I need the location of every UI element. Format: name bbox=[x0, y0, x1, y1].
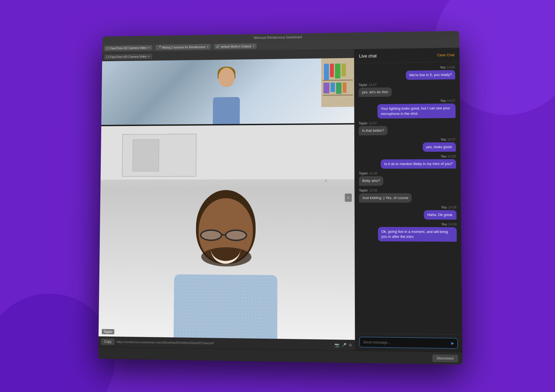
sender-name: You bbox=[440, 138, 446, 141]
mixing-select[interactable]: 🎤 Mixing 2 sources for Rendezvous ▼ bbox=[156, 44, 211, 50]
message-bubble: Just kidding :) Yes, of course bbox=[359, 193, 412, 203]
message-bubble: Haha. Ok great. bbox=[424, 210, 457, 220]
woman-body bbox=[213, 97, 240, 124]
sender-name: You bbox=[441, 205, 447, 209]
cam-icon-small bbox=[106, 56, 109, 58]
window-title: Wirecast Rendezvous Dashboard bbox=[254, 35, 302, 40]
woman-figure bbox=[205, 65, 248, 124]
message-meta: You14:09 bbox=[441, 222, 457, 226]
sender-name: You bbox=[440, 99, 446, 103]
chat-panel: Live chat Clear Chat You14:06We're live … bbox=[354, 48, 462, 352]
camera-select-label: FaceTime HD Camera Video bbox=[110, 46, 147, 50]
shelf-item-3 bbox=[335, 63, 340, 78]
shelf-item-4 bbox=[341, 63, 346, 77]
message-bubble: yes, looks good. bbox=[423, 142, 456, 152]
message-meta: Taylor14:07 bbox=[359, 83, 377, 87]
video-controls: 📷 🎤 ⚙ bbox=[335, 343, 352, 347]
chat-message-input[interactable] bbox=[363, 340, 448, 346]
shelf-item-6 bbox=[331, 83, 335, 92]
clear-chat-button[interactable]: Clear Chat bbox=[437, 53, 455, 57]
message-meta: Taylor14:07 bbox=[359, 121, 377, 125]
main-video-large: Taylor bbox=[98, 124, 355, 340]
shelf-item-2 bbox=[330, 64, 334, 77]
message-row: You14:06We're live in 5, you ready? bbox=[358, 65, 455, 80]
sender-time: 14:07 bbox=[369, 121, 377, 125]
message-row: Taylor14:07yes, let's do this! bbox=[359, 82, 455, 97]
message-meta: You14:07 bbox=[440, 138, 456, 141]
message-meta: Taylor14:08 bbox=[359, 188, 377, 192]
message-bubble: Betty who? bbox=[359, 176, 384, 186]
woman-head bbox=[218, 68, 235, 87]
video-frames: Taylor » bbox=[98, 58, 355, 340]
sender-time: 14:07 bbox=[447, 99, 455, 103]
shelf-1 bbox=[323, 80, 353, 81]
video-guest-label: Taylor bbox=[102, 329, 114, 335]
speaker-icon: 🔊 bbox=[216, 45, 220, 48]
guest-video-small bbox=[101, 58, 354, 125]
sender-time: 14:09 bbox=[448, 223, 457, 226]
camera-control-icon[interactable]: 📷 bbox=[335, 343, 339, 347]
expand-button[interactable]: » bbox=[345, 194, 352, 202]
message-meta: You14:08 bbox=[441, 154, 456, 158]
message-row: You14:08Haha. Ok great. bbox=[359, 205, 457, 220]
shelf-item-8 bbox=[343, 83, 346, 93]
sender-name: Taylor bbox=[359, 188, 368, 192]
man-shirt-pattern bbox=[174, 274, 278, 340]
sender-time: 14:07 bbox=[369, 83, 377, 87]
bookshelf-bg bbox=[321, 58, 354, 107]
output-select[interactable]: 🔊 default (Built-in Output) ▼ bbox=[214, 43, 256, 49]
wall-panel-inner bbox=[132, 139, 159, 171]
chat-header: Live chat Clear Chat bbox=[354, 48, 460, 63]
mixing-label: Mixing 2 sources for Rendezvous bbox=[162, 45, 205, 49]
chevron-down-icon-3: ▼ bbox=[252, 45, 255, 47]
mic-icon: 🎤 bbox=[157, 46, 161, 49]
output-label: default (Built-in Output) bbox=[221, 45, 251, 48]
camera-select[interactable]: FaceTime HD Camera Video ▼ bbox=[104, 45, 152, 51]
toolbar-divider-1 bbox=[154, 45, 154, 50]
man-figure bbox=[155, 190, 297, 340]
video-cam-select[interactable]: FaceTime HD Camera Video ▼ bbox=[104, 54, 152, 60]
rendezvous-url: https://rendezvous.telestream.net/s/8fea… bbox=[116, 340, 332, 346]
sender-time: 14:08 bbox=[448, 205, 456, 209]
message-row: You14:08Is it ok to mention Betty in my … bbox=[359, 154, 456, 169]
message-row: Taylor14:07Is that better? bbox=[359, 121, 456, 136]
message-bubble: yes, let's do this! bbox=[359, 87, 392, 97]
sender-name: Taylor bbox=[359, 172, 368, 175]
shelf-item-5 bbox=[323, 83, 329, 93]
message-bubble: Is that better? bbox=[359, 126, 387, 135]
message-bubble: Is it ok to mention Betty in my intro of… bbox=[381, 159, 456, 169]
man-glasses bbox=[200, 229, 254, 243]
bg-blob-bottom bbox=[0, 294, 115, 392]
message-meta: You14:08 bbox=[441, 205, 456, 209]
copy-button[interactable]: Copy bbox=[101, 339, 115, 345]
message-bubble: We're live in 5, you ready? bbox=[406, 70, 455, 80]
message-meta: You14:06 bbox=[440, 65, 455, 69]
chat-input-area: ➤ bbox=[355, 333, 462, 352]
glasses-right bbox=[225, 230, 247, 241]
sender-time: 14:06 bbox=[447, 65, 455, 69]
chevron-down-icon: ▼ bbox=[148, 46, 150, 49]
shelf-item-1 bbox=[324, 64, 329, 80]
settings-control-icon[interactable]: ⚙ bbox=[349, 343, 352, 347]
send-message-button[interactable]: ➤ bbox=[450, 341, 454, 346]
message-bubble: Your lighting looks great, but I can see… bbox=[377, 104, 455, 119]
glasses-left bbox=[200, 229, 222, 241]
shelf-item-7 bbox=[336, 83, 341, 94]
chat-title: Live chat bbox=[359, 54, 377, 59]
main-video-frame bbox=[98, 124, 355, 340]
main-content: FaceTime HD Camera Video ▼ bbox=[98, 48, 462, 352]
mic-control-icon[interactable]: 🎤 bbox=[341, 343, 346, 347]
message-row: You14:09Ok, going live in a moment, and … bbox=[359, 222, 457, 242]
sender-time: 14:08 bbox=[448, 154, 456, 158]
cam-icon bbox=[106, 47, 109, 49]
disconnect-button[interactable]: Disconnect bbox=[433, 354, 458, 362]
toolbar-divider-2 bbox=[212, 44, 212, 49]
guest-video-frame bbox=[101, 58, 354, 125]
sender-name: Taylor bbox=[359, 121, 367, 125]
message-bubble: Ok, going live in a moment, and will bri… bbox=[378, 227, 457, 242]
sender-time: 14:08 bbox=[369, 172, 377, 175]
message-meta: You14:07 bbox=[440, 99, 455, 103]
app-window: Wirecast Rendezvous Dashboard FaceTime H… bbox=[98, 31, 462, 364]
glasses-bridge bbox=[222, 234, 226, 236]
sender-time: 14:08 bbox=[369, 188, 377, 192]
